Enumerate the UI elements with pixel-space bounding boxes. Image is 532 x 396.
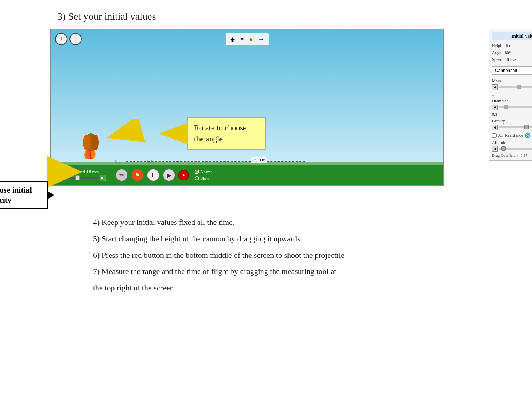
- diameter-slider-row: ◄ ►: [492, 105, 532, 110]
- play-btn[interactable]: ▶: [163, 169, 175, 182]
- projectile-dropdown[interactable]: Cannonball: [492, 66, 532, 75]
- instruction-6: 6) Press the red button in the bottom mi…: [93, 248, 532, 263]
- panel-speed: Speed: 18 m/s: [492, 56, 532, 63]
- right-panel: Initial Values Height: 0 m Angle: 80° Sp…: [489, 29, 532, 161]
- air-resistance-icon: 🌀: [524, 132, 531, 139]
- air-resistance-label: Air Resistance: [498, 133, 523, 138]
- instruction-7a: 7) Measure the range and the time of fli…: [93, 264, 532, 279]
- air-resistance-checkbox[interactable]: [492, 133, 497, 138]
- gravity-decrease-btn[interactable]: ◄: [492, 125, 498, 130]
- speed-increase-btn[interactable]: ►: [100, 175, 106, 181]
- altitude-label: Altitude: [492, 140, 506, 145]
- arrow-icon[interactable]: →: [256, 35, 266, 44]
- normal-speed-option[interactable]: Normal: [195, 169, 214, 175]
- mass-slider-track[interactable]: [499, 86, 532, 88]
- barrel-svg: [106, 119, 153, 148]
- angle-marker: 80°: [147, 159, 153, 163]
- instruction-5: 5) Start changing the height of the cann…: [93, 231, 532, 246]
- diameter-decrease-btn[interactable]: ◄: [492, 105, 498, 110]
- cannon-barrel: [106, 119, 153, 149]
- normal-radio[interactable]: [195, 170, 199, 174]
- gravity-slider-row: ◄ ►: [492, 125, 532, 130]
- slow-label: Slow: [200, 176, 209, 181]
- slow-speed-option[interactable]: Slow: [195, 176, 214, 181]
- projectile-svg: [79, 123, 105, 159]
- zoom-out-button[interactable]: +: [55, 33, 67, 45]
- diameter-range-row: 0.1 1: [492, 112, 532, 117]
- normal-label: Normal: [200, 169, 214, 175]
- callout-velocity: Choose initial velocity: [0, 181, 48, 209]
- angle-tooltip-text: Rotate to choose: [194, 123, 247, 132]
- mass-slider-row: ◄ ►: [492, 84, 532, 90]
- target-icon[interactable]: ●: [247, 35, 254, 44]
- step-heading: 3) Set your initial values: [57, 11, 532, 22]
- panel-height: Height: 0 m: [492, 43, 532, 49]
- instructions-list: 4) Keep your initial values fixed all th…: [93, 215, 532, 295]
- pencil-btn[interactable]: ✏: [115, 169, 128, 182]
- mass-slider-thumb[interactable]: [517, 85, 521, 89]
- air-resistance-row: Air Resistance 🌀: [492, 132, 532, 139]
- table-icon[interactable]: ≡: [239, 35, 245, 44]
- callout-velocity-text: Choose initial velocity: [0, 185, 32, 205]
- panel-angle: Angle: 80°: [492, 49, 532, 56]
- altitude-slider-row: ◄ ►: [492, 146, 532, 152]
- velocity-callout-arrow: [47, 191, 54, 199]
- speed-options: Normal Slow: [195, 169, 214, 181]
- flag-btn[interactable]: ⚑: [131, 169, 144, 182]
- zoom-buttons: + −: [55, 33, 82, 45]
- simulation-wrapper: + − ⊕ ≡ ● →: [50, 29, 487, 208]
- panel-projectile-section: Cannonball: [492, 66, 532, 77]
- svg-point-4: [83, 135, 90, 150]
- instruction-4: 4) Keep your initial values fixed all th…: [93, 215, 532, 230]
- diameter-min: 0.1: [492, 112, 497, 117]
- altitude-decrease-btn[interactable]: ◄: [492, 146, 498, 152]
- panel-title: Initial Values: [492, 32, 532, 40]
- angle-tooltip: Rotate to choose the angle: [187, 117, 266, 150]
- diameter-slider-thumb[interactable]: [504, 105, 508, 109]
- mass-label: Mass: [492, 78, 501, 84]
- angle-tooltip-line2: the angle: [194, 134, 223, 143]
- top-toolbar: ⊕ ≡ ● →: [225, 33, 269, 46]
- svg-point-5: [92, 135, 99, 150]
- diameter-slider-track[interactable]: [499, 106, 532, 108]
- altitude-slider-track[interactable]: [499, 148, 532, 150]
- svg-marker-7: [106, 119, 145, 148]
- svg-rect-6: [90, 133, 92, 136]
- bottom-control-bar: Initial Speed 18 m/s ◄ ► ✏ ⚑ ⏸ ▶: [51, 165, 444, 185]
- drag-coeff: Drag Coefficient: 0.47: [492, 153, 532, 158]
- mass-label-row: Mass: [492, 78, 532, 84]
- gravity-slider-track[interactable]: [499, 126, 532, 128]
- zoom-in-button[interactable]: −: [69, 33, 82, 45]
- altitude-label-row: Altitude 0 m: [492, 140, 532, 145]
- origin-marker: 0 m: [115, 159, 121, 163]
- gravity-label: Gravity: [492, 119, 505, 124]
- diameter-label-row: Diameter 0.18 m: [492, 98, 532, 104]
- velocity-yellow-arrow: [47, 156, 82, 188]
- slow-radio[interactable]: [195, 176, 199, 180]
- distance-label: 15.0 m: [251, 157, 267, 163]
- mass-min: 1: [492, 92, 494, 97]
- sim-canvas: + − ⊕ ≡ ● →: [50, 29, 444, 186]
- fire-btn[interactable]: ●: [178, 170, 189, 180]
- altitude-slider-thumb[interactable]: [501, 146, 506, 151]
- gravity-label-row: Gravity 9.81 m/s²: [492, 119, 532, 124]
- instruction-7b: the top right of the screen: [93, 280, 532, 295]
- mass-range-row: 1 3: [492, 92, 532, 97]
- tape-measure-icon[interactable]: ⊕: [228, 35, 237, 44]
- mass-decrease-btn[interactable]: ◄: [492, 84, 498, 90]
- diameter-label: Diameter: [492, 98, 508, 104]
- gravity-slider-thumb[interactable]: [524, 125, 529, 129]
- angle-arrow: [159, 123, 188, 144]
- pause-btn[interactable]: ⏸: [147, 169, 160, 182]
